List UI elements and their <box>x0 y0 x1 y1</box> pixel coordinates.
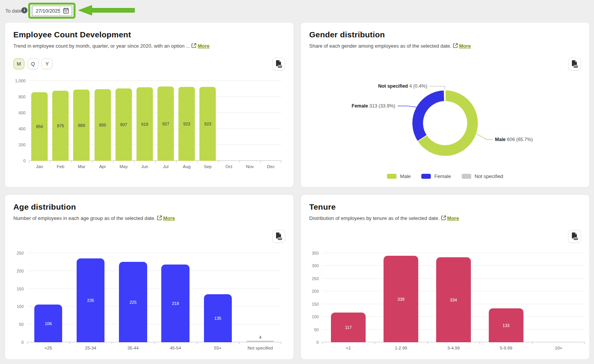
bar-1[interactable]: 117 <box>331 313 366 342</box>
bar-slot: 919 <box>134 81 155 161</box>
toolbar: To date: i 27/10/2025 <box>0 0 594 21</box>
employee-count-chart: 02004006008001,0008568758898959079199279… <box>29 81 281 169</box>
toggle-m[interactable]: M <box>13 58 24 69</box>
bar-slot: 339 <box>375 253 427 342</box>
date-value[interactable]: 27/10/2025 <box>32 8 60 14</box>
chart-plot-area: 0501001502002501062352252181354 <box>27 253 281 342</box>
y-axis-tick-label: 50 <box>19 322 24 327</box>
bar-5-9-99[interactable]: 133 <box>489 308 523 342</box>
bar-value-label: 919 <box>141 122 148 127</box>
y-axis-tick-label: 200 <box>17 269 24 273</box>
y-axis-tick-label: 600 <box>19 111 26 115</box>
bar-55[interactable]: 135 <box>204 294 232 342</box>
file-jpg-icon: JPG <box>275 60 282 68</box>
x-axis-tick <box>69 342 70 344</box>
bar-value-label: 117 <box>345 325 352 330</box>
bar-slot: 235 <box>69 253 112 342</box>
bar-value-label: 856 <box>36 124 43 129</box>
bar-jul[interactable]: 927 <box>157 87 174 161</box>
external-link-icon <box>191 43 196 48</box>
bar-value-label: 218 <box>172 301 179 306</box>
more-link[interactable]: More <box>447 215 459 221</box>
file-jpg-icon: JPG <box>275 233 282 240</box>
bar-not-specified[interactable]: 4 <box>246 341 274 342</box>
gender-legend: MaleFemaleNot specified <box>301 173 589 179</box>
card-subtitle: Share of each gender among employees as … <box>309 43 581 49</box>
bar-value-label: 135 <box>214 316 221 321</box>
x-axis-tick <box>322 342 323 344</box>
y-axis-tick-label: 150 <box>312 302 319 306</box>
export-jpg-button[interactable]: JPG <box>272 230 285 243</box>
info-icon[interactable]: i <box>21 7 27 13</box>
dashboard-grid: Employee Count Development Trend in empl… <box>0 21 594 364</box>
bar-35-44[interactable]: 225 <box>119 262 147 342</box>
date-input[interactable]: 27/10/2025 <box>32 6 72 16</box>
legend-item-female[interactable]: Female <box>421 173 451 179</box>
toggle-y[interactable]: Y <box>42 58 53 69</box>
x-axis-tick <box>71 161 71 163</box>
x-axis-tick <box>239 342 239 344</box>
chart-plot-area: 050100150200250300350117339334133 <box>322 253 585 342</box>
export-jpg-button[interactable]: JPG <box>568 58 581 71</box>
bar-value-label: 225 <box>130 300 136 305</box>
y-axis-tick-label: 300 <box>312 263 319 268</box>
x-axis-tick <box>154 342 155 344</box>
annotation-highlight-box: 27/10/2025 <box>28 3 75 19</box>
x-axis-label-55: 55+ <box>197 346 239 350</box>
bar-slot: 135 <box>197 253 239 342</box>
y-axis-tick-label: 100 <box>17 304 24 309</box>
bar-3-4-99[interactable]: 334 <box>436 257 471 342</box>
bar-slot: 117 <box>322 253 375 342</box>
bar-25-34[interactable]: 235 <box>77 258 104 342</box>
x-axis-tick <box>27 342 27 344</box>
donut-slice-not-specified[interactable] <box>444 90 445 101</box>
bar-may[interactable]: 907 <box>116 88 132 161</box>
bar-1-2-99[interactable]: 339 <box>384 256 418 342</box>
bar-jan[interactable]: 856 <box>31 92 48 161</box>
calendar-icon <box>63 7 69 14</box>
bar-slot: 856 <box>29 81 50 161</box>
y-axis-tick-label: 150 <box>17 287 24 291</box>
x-axis-tick <box>427 342 428 344</box>
x-axis-label-feb: Feb <box>50 164 71 169</box>
bar-jun[interactable]: 919 <box>136 87 153 161</box>
more-link[interactable]: More <box>163 215 175 221</box>
bar-slot <box>532 253 585 342</box>
x-axis-label-nov: Nov <box>239 164 260 169</box>
card-gender-distribution: Gender distribution Share of each gender… <box>300 22 590 188</box>
y-axis-tick-label: 50 <box>314 327 319 332</box>
legend-swatch-female <box>421 174 431 179</box>
legend-item-not-specified[interactable]: Not specified <box>462 173 503 179</box>
bar-slot: 875 <box>50 81 71 161</box>
toggle-q[interactable]: Q <box>27 58 39 69</box>
bar-aug[interactable]: 923 <box>178 87 195 161</box>
x-axis-labels: <11-2.993-4.995-9.9910+ <box>322 346 585 350</box>
svg-text:JPG: JPG <box>574 238 578 240</box>
x-axis-label-45-54: 45-54 <box>154 346 197 350</box>
calendar-picker-button[interactable] <box>60 6 72 16</box>
card-title: Age distribution <box>13 202 285 212</box>
bar-sep[interactable]: 923 <box>199 87 216 161</box>
bar-feb[interactable]: 875 <box>52 91 69 161</box>
x-axis-tick <box>281 342 281 344</box>
x-axis-label-apr: Apr <box>92 164 113 169</box>
bar-25[interactable]: 106 <box>34 305 62 342</box>
bar-45-54[interactable]: 218 <box>161 265 189 342</box>
legend-item-male[interactable]: Male <box>387 173 411 179</box>
period-toggle-group: MQY <box>13 58 53 69</box>
x-axis-label-jul: Jul <box>155 164 176 169</box>
bar-mar[interactable]: 889 <box>73 90 90 161</box>
svg-text:JPG: JPG <box>278 238 282 240</box>
more-link[interactable]: More <box>459 43 471 49</box>
export-jpg-button[interactable]: JPG <box>272 58 285 71</box>
x-axis-label-10: 10+ <box>532 346 585 350</box>
bar-slot: 225 <box>112 253 154 342</box>
donut-slice-female[interactable] <box>412 90 445 141</box>
x-axis-tick <box>239 161 240 163</box>
bar-apr[interactable]: 895 <box>95 89 111 161</box>
more-link[interactable]: More <box>197 43 209 49</box>
bar-slot: 889 <box>71 81 92 161</box>
x-axis-label-dec: Dec <box>260 164 281 169</box>
donut-leader-male <box>476 134 493 140</box>
export-jpg-button[interactable]: JPG <box>568 230 581 243</box>
